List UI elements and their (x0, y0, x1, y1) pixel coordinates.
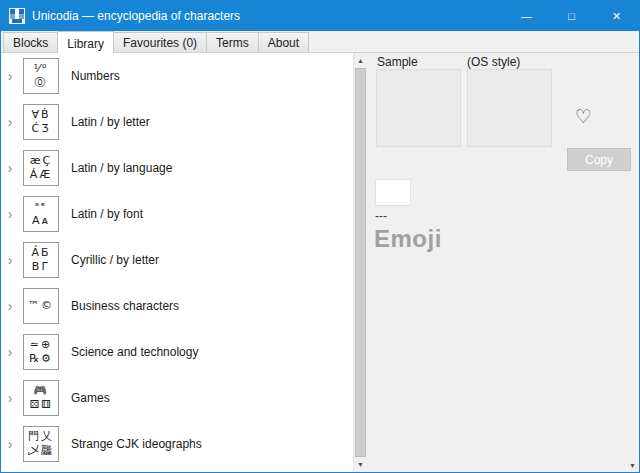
expand-chevron-icon[interactable]: › (1, 436, 19, 452)
favourite-heart-icon[interactable]: ♡ (575, 105, 592, 128)
tree-item-label: Latin / by language (71, 161, 172, 175)
category-icon: ᵃᵄ Aᴀ (23, 196, 59, 232)
expand-chevron-icon[interactable]: › (1, 390, 19, 406)
copy-button[interactable]: Copy (567, 148, 631, 171)
sample-label: Sample (377, 55, 418, 69)
category-icon: æÇ ÁÆ (23, 150, 59, 186)
tree-scrollbar[interactable]: ▲ ▼ (353, 53, 367, 472)
tree-item-strange-cjk[interactable]: › 門乂 乄龘 Strange CJK ideographs (1, 421, 353, 467)
maximize-icon: □ (568, 10, 575, 22)
tree-item-label: Latin / by letter (71, 115, 150, 129)
tab-bar: Blocks Library Favourites (0) Terms Abou… (1, 31, 639, 53)
category-icon: ⅟⁰ ⓪ (23, 58, 59, 94)
app-icon (9, 8, 25, 24)
tree-item-business-characters[interactable]: › ™© Business characters (1, 283, 353, 329)
close-icon: ✕ (612, 10, 621, 23)
expand-chevron-icon[interactable]: › (1, 160, 19, 176)
category-icon: 門乂 乄龘 (23, 426, 59, 462)
app-window: Unicodia — encyclopedia of characters — … (0, 0, 640, 473)
scrollbar-thumb[interactable] (355, 68, 366, 457)
tree-item-latin-by-letter[interactable]: › ⱯḂ ĆƷ Latin / by letter (1, 99, 353, 145)
expand-chevron-icon[interactable]: › (1, 206, 19, 222)
category-icon: ≃⊕ ℞⚙ (23, 334, 59, 370)
block-title: Emoji (374, 225, 442, 253)
expand-chevron-icon[interactable]: › (1, 298, 19, 314)
tree-item-numbers[interactable]: › ⅟⁰ ⓪ Numbers (1, 53, 353, 99)
scroll-up-icon[interactable]: ▲ (354, 53, 367, 68)
tree-item-label: Cyrillic / by letter (71, 253, 159, 267)
minimize-button[interactable]: — (504, 1, 549, 31)
close-button[interactable]: ✕ (594, 1, 639, 31)
tree-item-label: Numbers (71, 69, 120, 83)
tree-item-label: Business characters (71, 299, 179, 313)
os-style-preview-box (467, 69, 552, 147)
maximize-button[interactable]: □ (549, 1, 594, 31)
detail-scroll-down-icon[interactable]: ▼ (629, 462, 636, 469)
tab-library[interactable]: Library (57, 31, 114, 53)
tree-item-label: Science and technology (71, 345, 198, 359)
tree-item-label: Latin / by font (71, 207, 143, 221)
expand-chevron-icon[interactable]: › (1, 344, 19, 360)
library-page: › ⅟⁰ ⓪ Numbers › ⱯḂ ĆƷ Latin / by letter… (1, 53, 639, 472)
code-placeholder: --- (375, 209, 387, 223)
detail-panel: Sample (OS style) ♡ Copy --- Emoji ▼ (367, 53, 639, 472)
tree-item-science-technology[interactable]: › ≃⊕ ℞⚙ Science and technology (1, 329, 353, 375)
tab-about[interactable]: About (258, 32, 309, 52)
titlebar[interactable]: Unicodia — encyclopedia of characters — … (1, 1, 639, 31)
category-icon: ™© (23, 288, 59, 324)
expand-chevron-icon[interactable]: › (1, 252, 19, 268)
tree-item-games[interactable]: › 🎮 ⚄⚅ Games (1, 375, 353, 421)
category-icon: А́Б ВГ (23, 242, 59, 278)
tree-item-cyrillic-by-letter[interactable]: › А́Б ВГ Cyrillic / by letter (1, 237, 353, 283)
os-style-label: (OS style) (467, 55, 520, 69)
tree-item-label: Strange CJK ideographs (71, 437, 202, 451)
scroll-down-icon[interactable]: ▼ (354, 457, 367, 472)
character-cell[interactable] (375, 179, 411, 206)
tree-item-label: Games (71, 391, 110, 405)
library-tree: › ⅟⁰ ⓪ Numbers › ⱯḂ ĆƷ Latin / by letter… (1, 53, 353, 472)
minimize-icon: — (521, 10, 532, 22)
category-icon: 🎮 ⚄⚅ (23, 380, 59, 416)
tab-terms[interactable]: Terms (206, 32, 259, 52)
tab-blocks[interactable]: Blocks (3, 32, 58, 52)
window-title: Unicodia — encyclopedia of characters (32, 9, 504, 23)
tree-item-latin-by-font[interactable]: › ᵃᵄ Aᴀ Latin / by font (1, 191, 353, 237)
tab-favourites[interactable]: Favourites (0) (113, 32, 207, 52)
tree-item-latin-by-language[interactable]: › æÇ ÁÆ Latin / by language (1, 145, 353, 191)
category-icon: ⱯḂ ĆƷ (23, 104, 59, 140)
expand-chevron-icon[interactable]: › (1, 114, 19, 130)
sample-preview-box (376, 69, 461, 147)
expand-chevron-icon[interactable]: › (1, 68, 19, 84)
